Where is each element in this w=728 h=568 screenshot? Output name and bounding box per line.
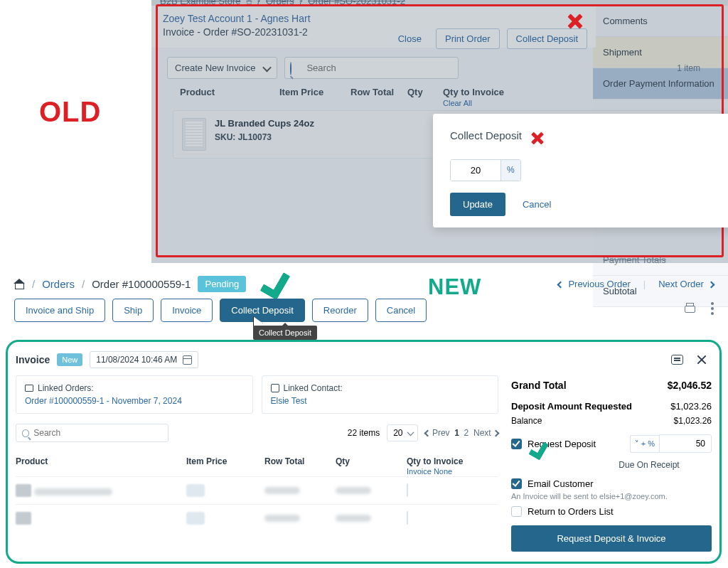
annotation-x-old: [567, 13, 584, 33]
old-toolbar: Create New Invoice 1 item: [167, 57, 722, 79]
side-payment-totals: Payment Totals: [593, 245, 728, 276]
deposit-unit[interactable]: %: [500, 160, 520, 181]
order-status-badge: Pending: [198, 276, 246, 292]
collect-deposit-tooltip: Collect Deposit: [253, 326, 317, 340]
linked-orders-label: Linked Orders:: [38, 383, 94, 393]
pager-page-1[interactable]: 1: [454, 428, 459, 438]
item-price-blurred: [186, 484, 205, 497]
linked-order-link[interactable]: Order #100000559-1 - November 7, 2024: [25, 396, 182, 406]
item-row: [16, 476, 498, 504]
cancel-button[interactable]: Cancel: [375, 299, 427, 322]
drawer-title: Invoice: [16, 354, 50, 365]
item-price-blurred: [186, 512, 205, 525]
col-qty: Qty: [407, 87, 443, 108]
order-action-buttons: Invoice and Ship Ship Invoice Collect De…: [14, 299, 427, 322]
col-qty-invoice: Qty to Invoice: [443, 87, 504, 97]
breadcrumb-order-current: Order #100000559-1: [92, 278, 191, 290]
side-comments[interactable]: Comments: [593, 6, 728, 37]
col-row-total: Row Total: [350, 87, 407, 108]
drawer-search-wrap[interactable]: [16, 424, 168, 442]
grand-total-value: $2,046.52: [668, 380, 712, 391]
clear-all-link[interactable]: Clear All: [443, 99, 472, 107]
pager-next[interactable]: Next: [473, 428, 498, 438]
order-nav: Previous Order | Next Order: [558, 279, 714, 289]
linked-contact-link[interactable]: Elsie Test: [271, 396, 307, 406]
invoice-datetime-input[interactable]: 11/08/2024 10:46 AM: [90, 351, 198, 368]
product-name: JL Branded Cups 24oz: [215, 118, 314, 130]
dcol-item-price: Item Price: [186, 456, 264, 476]
linked-contact-label: Linked Contact:: [284, 383, 343, 393]
dcol-qty: Qty: [336, 456, 407, 476]
kebab-menu-icon[interactable]: [711, 307, 714, 310]
linked-contact-card: Linked Contact: Elsie Test: [262, 375, 499, 414]
old-ui: B2B Example Store ⌂ / Orders / Order #SO…: [151, 0, 728, 263]
dcol-row-total: Row Total: [264, 456, 336, 476]
invoice-none-link[interactable]: Invoice None: [407, 467, 452, 476]
invoice-button[interactable]: Invoice: [161, 299, 213, 322]
deposit-unit-select[interactable]: ˅ + %: [630, 435, 659, 453]
item-qty-blurred: [336, 515, 371, 522]
drawer-close-button[interactable]: [696, 354, 707, 365]
product-sku: SKU: JL10073: [215, 132, 314, 142]
dcol-qty-invoice: Qty to Invoice: [407, 456, 463, 466]
breadcrumb-orders[interactable]: Orders: [266, 0, 294, 6]
item-thumbnail: [16, 484, 31, 497]
previous-order-link[interactable]: Previous Order: [558, 279, 631, 289]
invoice-datetime-value: 11/08/2024 10:46 AM: [96, 355, 177, 365]
drawer-left-column: Linked Orders: Order #100000559-1 - Nove…: [16, 375, 498, 552]
balance-label: Balance: [511, 416, 542, 426]
chevron-right-icon: [708, 282, 715, 289]
breadcrumb-orders-link[interactable]: Orders: [42, 278, 75, 290]
reorder-button[interactable]: Reorder: [312, 299, 368, 322]
create-invoice-select[interactable]: Create New Invoice: [167, 57, 277, 79]
pager-prev[interactable]: Prev: [425, 428, 450, 438]
item-sub-blurred: [34, 488, 112, 495]
collect-deposit-button-new[interactable]: Collect Deposit: [220, 299, 304, 322]
popup-close-button[interactable]: [529, 129, 546, 149]
home-icon[interactable]: [14, 279, 25, 289]
invoice-drawer: Invoice New 11/08/2024 10:46 AM Linked O…: [10, 344, 717, 559]
page-tools: [683, 303, 714, 314]
x-icon: [567, 13, 584, 30]
item-row: [16, 504, 498, 532]
popup-title: Collect Deposit: [450, 129, 522, 141]
item-rowtotal-blurred: [264, 515, 300, 522]
request-deposit-invoice-button[interactable]: Request Deposit & Invoice: [511, 525, 712, 552]
next-order-link[interactable]: Next Order: [658, 279, 714, 289]
return-to-orders-checkbox[interactable]: [511, 506, 522, 517]
page-size-select[interactable]: 20: [387, 424, 417, 441]
old-search-input[interactable]: [284, 57, 459, 79]
deposit-value-input[interactable]: [451, 160, 500, 181]
search-icon: [22, 429, 29, 437]
link-icon: [25, 385, 33, 392]
ship-button[interactable]: Ship: [112, 299, 154, 322]
calendar-icon: [183, 355, 192, 365]
due-on-receipt-label: Due On Receipt: [587, 460, 712, 470]
close-button[interactable]: Close: [391, 29, 429, 48]
deposit-amount-input[interactable]: [659, 434, 712, 453]
linked-orders-card: Linked Orders: Order #100000559-1 - Nove…: [16, 375, 253, 414]
print-icon[interactable]: [683, 303, 695, 314]
popup-cancel-button[interactable]: Cancel: [523, 199, 551, 210]
request-deposit-checkbox[interactable]: [511, 439, 522, 449]
print-order-button[interactable]: Print Order: [436, 28, 500, 49]
dcol-product: Product: [16, 456, 186, 476]
drawer-right-column: Grand Total $2,046.52 Deposit Amount Req…: [511, 375, 712, 552]
old-account-link[interactable]: Zoey Test Account 1 - Agnes Hart: [163, 13, 584, 24]
email-customer-checkbox[interactable]: [511, 478, 522, 489]
user-icon: [271, 384, 279, 392]
qty-to-invoice-input[interactable]: [407, 483, 408, 497]
comments-icon[interactable]: [671, 355, 683, 365]
drawer-search-input[interactable]: [33, 428, 162, 438]
qty-to-invoice-input[interactable]: [407, 511, 408, 525]
update-button[interactable]: Update: [450, 193, 505, 216]
new-breadcrumb: / Orders / Order #100000559-1 Pending: [14, 276, 299, 291]
email-customer-note: An Invoice will be sent to elsie+1@zoey.…: [511, 492, 712, 500]
pager-page-2[interactable]: 2: [464, 428, 469, 438]
drawer-table-header: Product Item Price Row Total Qty Qty to …: [16, 456, 498, 476]
invoice-and-ship-button[interactable]: Invoice and Ship: [14, 299, 105, 322]
old-table-header: Product Item Price Row Total Qty Qty to …: [180, 87, 720, 108]
deposit-requested-value: $1,023.26: [670, 401, 712, 412]
collect-deposit-popup: Collect Deposit % Update Cancel: [433, 114, 728, 227]
new-label: NEW: [428, 274, 481, 300]
